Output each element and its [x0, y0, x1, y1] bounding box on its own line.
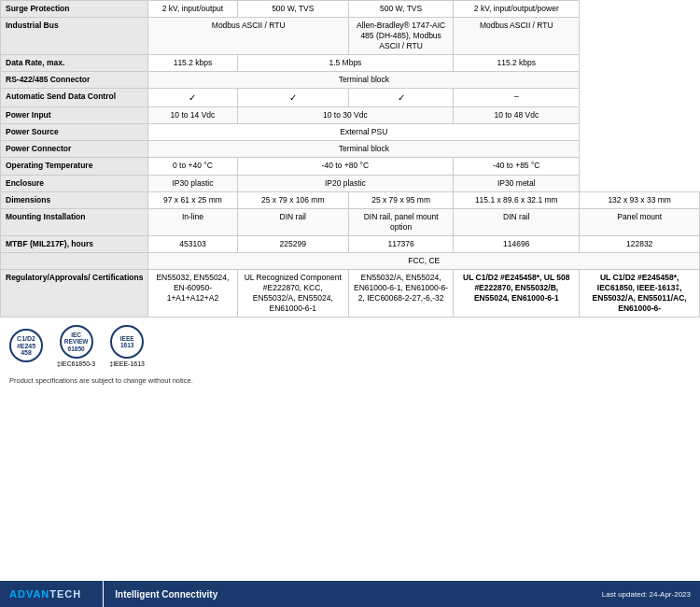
table-row: Mounting Installation In-line DIN rail D…	[1, 208, 700, 235]
row-label-mtbf: MTBF (MIL217F), hours	[1, 235, 148, 252]
cell: ✓	[148, 89, 237, 107]
cert-circle-c1d2: C1/D2#E245458	[9, 329, 43, 362]
row-label-surge: Surge Protection	[1, 1, 148, 18]
cert-circle-ieee1613: IEEE1613	[110, 325, 144, 359]
cell: DIN rail	[237, 208, 348, 235]
cell: 500 W, TVS	[348, 1, 453, 18]
logo-advan: ADVAN	[9, 588, 49, 600]
cert-badges-area: C1/D2#E245458 IECREVIEW61850 ‡IEC61850-3…	[0, 318, 700, 374]
cell: UL C1/D2 #E245458*, UL 508 #E222870, EN5…	[454, 269, 580, 317]
logo-tech: TECH	[49, 588, 81, 600]
table-row: Surge Protection 2 kV, input/output 500 …	[1, 1, 700, 18]
cell: -40 to +85 °C	[454, 158, 580, 175]
cell: 97 x 61 x 25 mm	[148, 191, 237, 208]
cell: 225299	[237, 235, 348, 252]
cell: 115.1 x 89.6 x 32.1 mm	[454, 191, 580, 208]
cell: External PSU	[148, 124, 580, 141]
cert-label-ieee1613: ‡IEEE-1613	[109, 360, 145, 367]
table-row: Operating Temperature 0 to +40 °C -40 to…	[1, 158, 700, 175]
cell: 10 to 14 Vdc	[148, 107, 237, 124]
cell: 1.5 Mbps	[237, 55, 454, 72]
cell: EN55032/A, EN55024, EN61000-6-1, EN61000…	[348, 269, 453, 317]
cell: UL Recognized Component #E222870, KCC, E…	[237, 269, 348, 317]
disclaimer-text: Product specifications are subject to ch…	[0, 374, 700, 387]
cell: IP30 metal	[454, 175, 580, 191]
cell: Allen-Bradley® 1747-AIC 485 (DH-485), Mo…	[348, 18, 453, 55]
cert-badge-iec61850: IECREVIEW61850 ‡IEC61850-3	[57, 325, 95, 367]
row-label-autosend: Automatic Send Data Control	[1, 89, 148, 107]
cell: 10 to 48 Vdc	[454, 107, 580, 124]
cell: EN55032, EN55024, EN-60950-1+A1+A12+A2	[148, 269, 237, 317]
table-row: Industrial Bus Modbus ASCII / RTU Allen-…	[1, 18, 700, 55]
cell: Terminal block	[148, 141, 580, 158]
cell: Terminal block	[148, 72, 580, 89]
row-label-power-input: Power Input	[1, 107, 148, 124]
cell: IP20 plastic	[237, 175, 454, 191]
row-label-temp: Operating Temperature	[1, 158, 148, 175]
row-label-connector: RS-422/485 Connector	[1, 72, 148, 89]
footer-logo: ADVANTECH	[0, 581, 104, 607]
cell: IP30 plastic	[148, 175, 237, 191]
cert-text: IECREVIEW61850	[64, 332, 89, 351]
cert-badge-ieee1613: IEEE1613 ‡IEEE-1613	[109, 325, 145, 367]
row-label-power-source: Power Source	[1, 124, 148, 141]
cell: -40 to +80 °C	[237, 158, 454, 175]
table-row: Enclosure IP30 plastic IP20 plastic IP30…	[1, 175, 700, 191]
row-label-bus: Industrial Bus	[1, 18, 148, 55]
cell: ✓	[237, 89, 348, 107]
cell: Panel mount	[580, 208, 700, 235]
cell: 2 kV, input/output	[148, 1, 237, 18]
cert-text: C1/D2#E245458	[17, 335, 35, 357]
cell: DIN rail, panel mount option	[348, 208, 453, 235]
row-label-power-connector: Power Connector	[1, 141, 148, 158]
cell: 25 x 79 x 106 mm	[237, 191, 348, 208]
table-row-fcc: FCC, CE	[1, 252, 700, 269]
checkmark-icon: ✓	[189, 92, 196, 103]
table-row: Dimensions 97 x 61 x 25 mm 25 x 79 x 106…	[1, 191, 700, 208]
cell: 122832	[580, 235, 700, 252]
footer-update: Last updated: 24-Apr-2023	[602, 590, 691, 599]
table-row: Power Input 10 to 14 Vdc 10 to 30 Vdc 10…	[1, 107, 700, 124]
table-row: Automatic Send Data Control ✓ ✓ ✓ –	[1, 89, 700, 107]
specs-table: Surge Protection 2 kV, input/output 500 …	[0, 0, 700, 318]
table-row: RS-422/485 Connector Terminal block	[1, 72, 700, 89]
cell: 2 kV, input/output/power	[454, 1, 580, 18]
table-row: Power Connector Terminal block	[1, 141, 700, 158]
cell: Modbus ASCII / RTU	[148, 18, 349, 55]
row-label-dimensions: Dimensions	[1, 191, 148, 208]
table-row: Data Rate, max. 115.2 kbps 1.5 Mbps 115.…	[1, 55, 700, 72]
table-row: Power Source External PSU	[1, 124, 700, 141]
cell: 117376	[348, 235, 453, 252]
cert-circle-iec61850: IECREVIEW61850	[60, 325, 93, 359]
cell: DIN rail	[454, 208, 580, 235]
cell: Modbus ASCII / RTU	[454, 18, 580, 55]
cell: 115.2 kbps	[454, 55, 580, 72]
cell: In-line	[148, 208, 237, 235]
cell: 114696	[454, 235, 580, 252]
row-label-mounting: Mounting Installation	[1, 208, 148, 235]
table-row: Regulatory/Approvals/ Certifications EN5…	[1, 269, 700, 317]
table-row: MTBF (MIL217F), hours 453103 225299 1173…	[1, 235, 700, 252]
checkmark-icon: ✓	[398, 92, 405, 103]
cert-badge-c1d2: C1/D2#E245458	[9, 329, 43, 362]
fcc-ce-cell: FCC, CE	[148, 252, 700, 269]
row-label-datarate: Data Rate, max.	[1, 55, 148, 72]
cell: ✓	[348, 89, 453, 107]
cert-text: IEEE1613	[120, 335, 134, 348]
row-label-enclosure: Enclosure	[1, 175, 148, 191]
footer-tagline: Intelligent Connectivity	[104, 589, 229, 600]
cell: 115.2 kbps	[148, 55, 237, 72]
cell: 453103	[148, 235, 237, 252]
row-label-empty	[1, 252, 148, 269]
cell: 0 to +40 °C	[148, 158, 237, 175]
cell: 500 W, TVS	[237, 1, 348, 18]
checkmark-icon: ✓	[289, 92, 297, 103]
cell: –	[454, 89, 580, 107]
cert-label-iec61850: ‡IEC61850-3	[57, 360, 95, 367]
cell: 132 x 93 x 33 mm	[580, 191, 700, 208]
cell: 25 x 79 x 95 mm	[348, 191, 453, 208]
cell: 10 to 30 Vdc	[237, 107, 454, 124]
row-label-regulatory: Regulatory/Approvals/ Certifications	[1, 269, 148, 317]
footer: ADVANTECH Intelligent Connectivity Last …	[0, 581, 700, 607]
cell: UL C1/D2 #E245458*, IEC61850, IEEE-1613‡…	[580, 269, 700, 317]
